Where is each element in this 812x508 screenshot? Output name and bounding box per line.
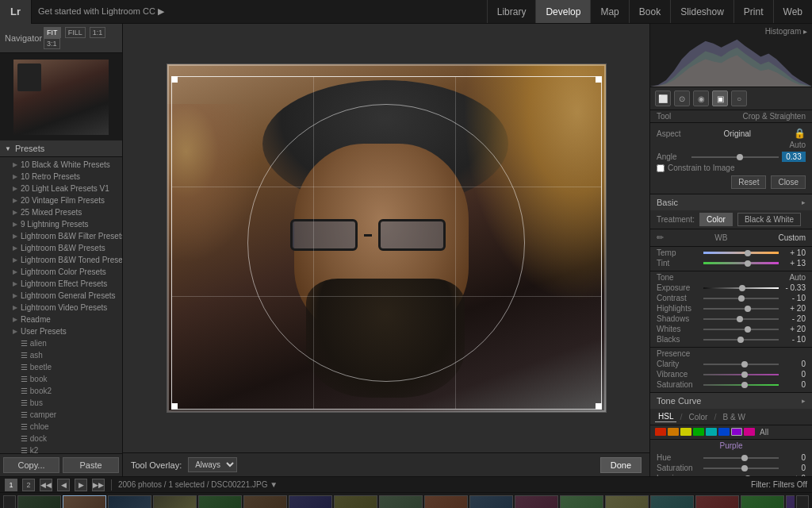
- film-thumbnail[interactable]: [786, 495, 795, 509]
- presets-header[interactable]: ▼ Presets: [0, 140, 122, 157]
- highlights-slider[interactable]: [703, 305, 779, 313]
- preset-item[interactable]: ▶10 Retro Presets: [0, 171, 122, 183]
- film-thumbnail[interactable]: [108, 495, 151, 509]
- film-thumbnail[interactable]: [153, 495, 197, 509]
- preset-item[interactable]: ▶User Presets: [0, 325, 122, 337]
- color-treatment-btn[interactable]: Color: [699, 213, 733, 226]
- sat2-slider[interactable]: [703, 464, 779, 472]
- user-preset-item[interactable]: ☰ k2: [0, 444, 122, 453]
- swatch-yellow[interactable]: [680, 428, 691, 436]
- color-tab[interactable]: Color: [686, 412, 711, 422]
- page-2-btn[interactable]: 2: [22, 479, 35, 491]
- filmstrip-right-arrow[interactable]: ▶: [796, 495, 809, 509]
- image-area[interactable]: [123, 24, 649, 452]
- preset-item[interactable]: ▶Lightroom B&W Presets: [0, 242, 122, 254]
- forward-arrow-btn[interactable]: ▶: [75, 479, 87, 491]
- film-thumbnail[interactable]: [198, 495, 242, 509]
- back-arrow-btn[interactable]: ◀: [57, 479, 70, 491]
- swatch-orange[interactable]: [668, 428, 679, 436]
- redeye-tool-icon[interactable]: ◉: [693, 90, 709, 106]
- last-arrow-btn[interactable]: ▶▶: [92, 479, 105, 491]
- temp-slider[interactable]: [703, 249, 779, 257]
- lock-icon[interactable]: 🔒: [794, 128, 806, 139]
- user-preset-item[interactable]: ☰ alien: [0, 337, 122, 349]
- preset-item[interactable]: ▶Readme: [0, 314, 122, 325]
- angle-slider[interactable]: [691, 153, 779, 161]
- navigator-preview[interactable]: [0, 53, 122, 140]
- nav-tab-slideshow[interactable]: Slideshow: [670, 0, 733, 23]
- user-preset-item[interactable]: ☰ camper: [0, 409, 122, 421]
- contrast-slider[interactable]: [703, 294, 779, 302]
- bw-tab[interactable]: B & W: [719, 412, 748, 422]
- nav-fit-btn[interactable]: FIT: [44, 27, 61, 38]
- close-button[interactable]: Close: [771, 175, 806, 189]
- wb-eyedropper-icon[interactable]: ✏: [657, 233, 664, 243]
- spot-tool-icon[interactable]: ⊙: [674, 90, 690, 106]
- film-thumbnail[interactable]: [424, 495, 468, 509]
- prev-arrow-btn[interactable]: ◀◀: [40, 479, 52, 491]
- user-preset-item[interactable]: ☰ book2: [0, 385, 122, 397]
- constrain-checkbox[interactable]: [657, 164, 665, 172]
- histogram-label[interactable]: Histogram ▸: [765, 27, 807, 36]
- nav-tab-map[interactable]: Map: [590, 0, 628, 23]
- film-thumbnail[interactable]: [379, 495, 423, 509]
- film-thumbnail[interactable]: [515, 495, 558, 509]
- film-thumbnail[interactable]: [17, 495, 61, 509]
- film-thumbnail[interactable]: [469, 495, 513, 509]
- hue-slider[interactable]: [703, 454, 779, 462]
- graduated-tool-icon[interactable]: ▣: [712, 90, 728, 106]
- film-thumbnail[interactable]: [289, 495, 332, 509]
- filters-off[interactable]: Filters Off: [773, 480, 807, 489]
- preset-item[interactable]: ▶20 Vintage Film Presets: [0, 194, 122, 206]
- tint-slider[interactable]: [703, 260, 779, 267]
- preset-item[interactable]: ▶25 Mixed Presets: [0, 206, 122, 218]
- blacks-slider[interactable]: [703, 336, 779, 344]
- swatch-blue[interactable]: [718, 428, 730, 436]
- radial-tool-icon[interactable]: ○: [731, 90, 747, 106]
- done-button[interactable]: Done: [600, 457, 642, 473]
- nav-3-1-btn[interactable]: 3:1: [44, 38, 60, 49]
- copy-button[interactable]: Copy...: [3, 457, 59, 473]
- exposure-slider[interactable]: [703, 284, 779, 292]
- tone-auto[interactable]: Auto: [789, 273, 806, 282]
- lum-slider[interactable]: [703, 475, 779, 477]
- nav-1-1-btn[interactable]: 1:1: [90, 27, 106, 38]
- nav-tab-web[interactable]: Web: [773, 0, 812, 23]
- vibrance-slider[interactable]: [703, 371, 779, 379]
- film-thumbnail[interactable]: [560, 495, 603, 509]
- swatch-magenta[interactable]: [744, 428, 755, 436]
- user-preset-item[interactable]: ☰ beetle: [0, 361, 122, 373]
- nav-tab-book[interactable]: Book: [629, 0, 670, 23]
- film-thumbnail[interactable]: [334, 495, 377, 509]
- saturation-slider[interactable]: [703, 381, 779, 389]
- nav-fill-btn[interactable]: FILL: [65, 27, 86, 38]
- whites-slider[interactable]: [703, 325, 779, 333]
- film-thumbnail[interactable]: [695, 495, 739, 509]
- preset-item[interactable]: ▶Lightroom Color Presets: [0, 266, 122, 278]
- paste-button[interactable]: Paste: [63, 457, 119, 473]
- preset-item[interactable]: ▶10 Black & White Presets: [0, 159, 122, 171]
- preset-item[interactable]: ▶Lightroom General Presets: [0, 290, 122, 302]
- preset-item[interactable]: ▶9 Lightning Presets: [0, 218, 122, 230]
- preset-item[interactable]: ▶Lightroom Video Presets: [0, 302, 122, 314]
- navigator-header[interactable]: Navigator FIT FILL 1:1 3:1: [0, 24, 122, 53]
- swatch-aqua[interactable]: [706, 428, 717, 436]
- preset-item[interactable]: ▶Lightroom B&W Filter Presets: [0, 230, 122, 242]
- film-thumbnail[interactable]: [605, 495, 649, 509]
- nav-tab-develop[interactable]: Develop: [535, 0, 590, 23]
- nav-tab-print[interactable]: Print: [733, 0, 773, 23]
- film-thumbnail[interactable]: [741, 495, 784, 509]
- film-thumbnail[interactable]: [650, 495, 694, 509]
- user-preset-item[interactable]: ☰ dock: [0, 433, 122, 444]
- user-preset-item[interactable]: ☰ bus: [0, 397, 122, 409]
- app-title[interactable]: Get started with Lightroom CC ▶: [32, 6, 487, 17]
- user-preset-item[interactable]: ☰ chloe: [0, 421, 122, 433]
- swatch-green[interactable]: [693, 428, 704, 436]
- shadows-slider[interactable]: [703, 315, 779, 323]
- film-thumbnail[interactable]: [243, 495, 287, 509]
- preset-item[interactable]: ▶Lightroom Effect Presets: [0, 278, 122, 290]
- clarity-slider[interactable]: [703, 360, 779, 368]
- swatch-red[interactable]: [655, 428, 666, 436]
- tone-curve-header[interactable]: Tone Curve ▸: [650, 393, 812, 409]
- user-preset-item[interactable]: ☰ ash: [0, 349, 122, 361]
